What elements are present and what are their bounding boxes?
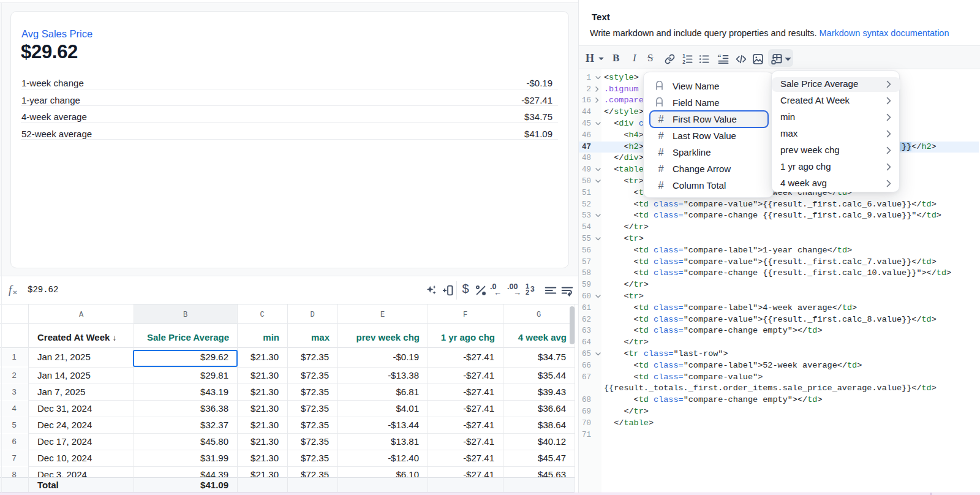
svg-text:“: “ (718, 53, 722, 62)
svg-text:1: 1 (682, 53, 685, 59)
svg-text:2: 2 (682, 59, 685, 65)
